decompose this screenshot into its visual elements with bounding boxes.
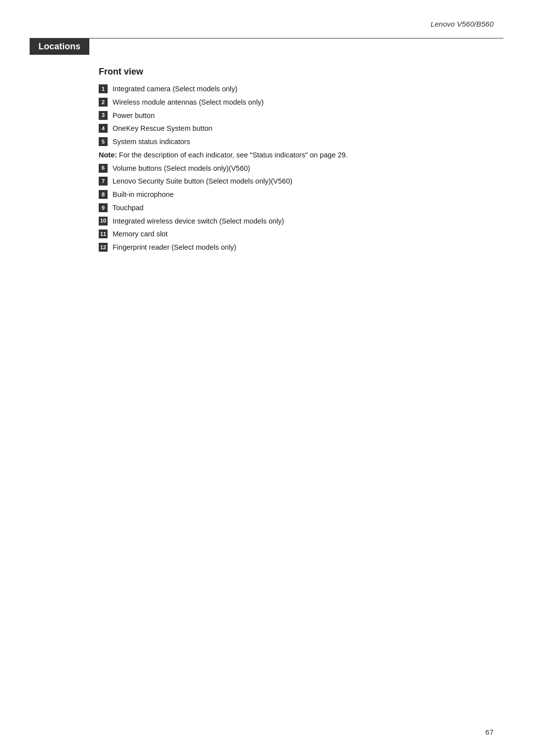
item-text-7: Lenovo Security Suite button (Select mod… [113,176,292,187]
front-view-list-part1: 1 Integrated camera (Select models only)… [99,84,533,148]
item-text-1: Integrated camera (Select models only) [113,84,237,95]
badge-4: 4 [99,124,108,133]
item-text-9: Touchpad [113,203,144,214]
note-content: For the description of each indicator, s… [119,151,347,159]
badge-2: 2 [99,98,108,107]
badge-5: 5 [99,137,108,146]
list-item: 5 System status indicators [99,137,533,148]
list-item: 4 OneKey Rescue System button [99,123,533,134]
section-heading: Locations [30,38,89,55]
badge-6: 6 [99,164,108,173]
list-item: 12 Fingerprint reader (Select models onl… [99,242,533,253]
item-text-2: Wireless module antennas (Select models … [113,97,264,108]
list-item: 1 Integrated camera (Select models only) [99,84,533,95]
list-item: 3 Power button [99,111,533,121]
item-text-12: Fingerprint reader (Select models only) [113,242,236,253]
badge-9: 9 [99,203,108,212]
item-text-4: OneKey Rescue System button [113,123,212,134]
list-item: 9 Touchpad [99,203,533,214]
badge-12: 12 [99,243,108,252]
list-item: 2 Wireless module antennas (Select model… [99,97,533,108]
badge-7: 7 [99,177,108,186]
page-number: 67 [485,728,494,736]
list-item: 7 Lenovo Security Suite button (Select m… [99,176,533,187]
list-item: 11 Memory card slot [99,229,533,240]
sub-heading: Front view [99,67,533,77]
badge-10: 10 [99,217,108,226]
item-text-8: Built-in microphone [113,189,174,200]
badge-11: 11 [99,229,108,238]
list-item: 8 Built-in microphone [99,189,533,200]
front-view-list-part2: 6 Volume buttons (Select models only)(V5… [99,163,533,253]
item-text-10: Integrated wireless device switch (Selec… [113,216,284,227]
item-text-5: System status indicators [113,137,190,148]
item-text-11: Memory card slot [113,229,167,240]
item-text-6: Volume buttons (Select models only)(V560… [113,163,250,174]
note-text: Note: For the description of each indica… [99,150,533,161]
list-item: 10 Integrated wireless device switch (Se… [99,216,533,227]
badge-1: 1 [99,84,108,93]
list-item: 6 Volume buttons (Select models only)(V5… [99,163,533,174]
badge-8: 8 [99,190,108,199]
badge-3: 3 [99,111,108,120]
header-title: Lenovo V560/B560 [430,20,494,28]
note-label: Note: [99,151,117,159]
item-text-3: Power button [113,111,154,121]
